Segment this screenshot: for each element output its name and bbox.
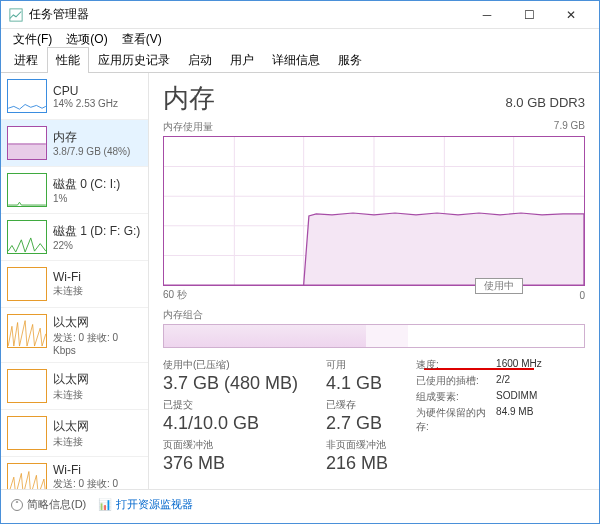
stat-cached: 2.7 GB [326,413,388,434]
net-spark-icon [7,314,47,348]
chart-max: 7.9 GB [554,120,585,134]
net-spark-icon [7,416,47,450]
detail-slots: 2/2 [496,374,510,388]
net-spark-icon [7,463,47,489]
disk-spark-icon [7,220,47,254]
sidebar-item-cpu[interactable]: CPU14% 2.53 GHz [1,73,148,120]
stat-committed: 4.1/10.0 GB [163,413,298,434]
sidebar-item-label: CPU [53,84,118,98]
tab-startup[interactable]: 启动 [179,47,221,73]
sidebar-item-label: 内存 [53,129,130,146]
sidebar-item-label: 磁盘 1 (D: F: G:) [53,223,140,240]
sidebar-item-label: Wi-Fi [53,270,83,284]
title-bar: 任务管理器 ─ ☐ ✕ [1,1,599,29]
monitor-icon: 📊 [98,498,112,511]
app-icon [9,8,23,22]
net-spark-icon [7,369,47,403]
sidebar-item-label: 以太网 [53,371,89,388]
sidebar-item-disk0[interactable]: 磁盘 0 (C: I:)1% [1,167,148,214]
sidebar-item-wifi2[interactable]: Wi-Fi发送: 0 接收: 0 Kbps [1,457,148,489]
window-title: 任务管理器 [29,6,467,23]
menu-bar: 文件(F) 选项(O) 查看(V) [1,29,599,49]
comp-label: 内存组合 [163,308,203,322]
detail-form: SODIMM [496,390,537,404]
x-left: 60 秒 [163,288,187,302]
fewer-details-button[interactable]: ˄简略信息(D) [11,497,86,512]
detail-speed: 1600 MHz [496,358,542,372]
sidebar-item-eth1[interactable]: 以太网发送: 0 接收: 0 Kbps [1,308,148,363]
tab-details[interactable]: 详细信息 [263,47,329,73]
sidebar-item-label: Wi-Fi [53,463,142,477]
svg-rect-1 [8,144,46,159]
tab-services[interactable]: 服务 [329,47,371,73]
chart-label: 内存使用量 [163,120,213,134]
tab-app-history[interactable]: 应用历史记录 [89,47,179,73]
tab-performance[interactable]: 性能 [47,47,89,73]
open-resource-monitor-link[interactable]: 📊打开资源监视器 [98,497,193,512]
memory-spec: 8.0 GB DDR3 [506,95,585,110]
sidebar-item-label: 以太网 [53,314,142,331]
stat-paged: 376 MB [163,453,298,474]
sidebar-item-eth3[interactable]: 以太网未连接 [1,410,148,457]
sidebar-item-disk1[interactable]: 磁盘 1 (D: F: G:)22% [1,214,148,261]
stat-nonpaged: 216 MB [326,453,388,474]
page-title: 内存 [163,81,215,116]
stat-in-use: 3.7 GB (480 MB) [163,373,298,394]
usage-tag: 使用中 [475,278,523,294]
memory-spark-icon [7,126,47,160]
main-panel: 内存 8.0 GB DDR3 内存使用量 7.9 GB [149,73,599,489]
sidebar-item-memory[interactable]: 内存3.8/7.9 GB (48%) [1,120,148,167]
memory-chart [163,136,585,286]
stat-available: 4.1 GB [326,373,388,394]
sidebar-item-wifi1[interactable]: Wi-Fi未连接 [1,261,148,308]
tab-bar: 进程 性能 应用历史记录 启动 用户 详细信息 服务 [1,49,599,73]
x-right: 0 [579,290,585,301]
sidebar-item-label: 以太网 [53,418,89,435]
maximize-button[interactable]: ☐ [509,4,549,26]
sidebar-item-eth2[interactable]: 以太网未连接 [1,363,148,410]
tab-processes[interactable]: 进程 [5,47,47,73]
detail-reserved: 84.9 MB [496,406,533,434]
disk-spark-icon [7,173,47,207]
svg-rect-0 [10,8,22,20]
memory-composition [163,324,585,348]
cpu-spark-icon [7,79,47,113]
tab-users[interactable]: 用户 [221,47,263,73]
sidebar: CPU14% 2.53 GHz 内存3.8/7.9 GB (48%) 磁盘 0 … [1,73,149,489]
sidebar-item-label: 磁盘 0 (C: I:) [53,176,120,193]
minimize-button[interactable]: ─ [467,4,507,26]
close-button[interactable]: ✕ [551,4,591,26]
chevron-up-icon: ˄ [11,499,23,511]
footer: ˄简略信息(D) 📊打开资源监视器 [1,489,599,519]
net-spark-icon [7,267,47,301]
